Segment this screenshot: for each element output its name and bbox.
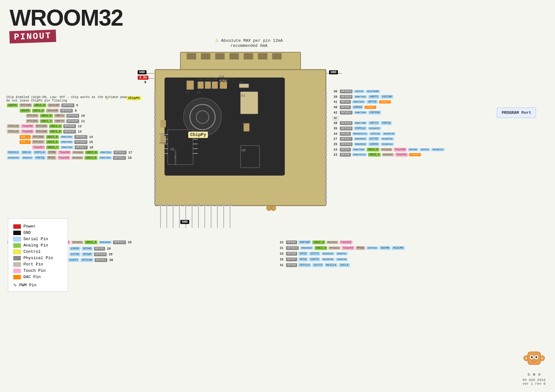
pin-row-14: DAC_1 RTCIO6 ADC2_8 EMACTXD4 GPIO25 14	[19, 135, 94, 139]
svg-text:U2: U2	[170, 147, 174, 151]
legend-color-dac	[13, 275, 21, 279]
legend-label-touch: Touch Pin	[23, 268, 46, 273]
svg-rect-105	[325, 177, 327, 180]
svg-rect-3	[215, 53, 225, 59]
svg-rect-103	[325, 168, 327, 171]
legend-port: Port Pin	[13, 262, 63, 267]
svg-rect-8	[155, 70, 326, 206]
svg-rect-31	[244, 123, 249, 131]
legend-color-power	[13, 224, 21, 229]
legend-touch: Touch Pin	[13, 268, 63, 273]
legend-label-gnd: GND	[23, 230, 31, 235]
date-label: 04 AUG 2016	[522, 378, 546, 382]
pin-row-33-bot: 33 GPIO8 SPID U2CTS HS1DATA3 SDDATA1	[278, 252, 348, 256]
pin-row-11: RTCIO5 ADC1_7 VDET2 GPIO35 11	[25, 119, 86, 123]
pin-row-10: RTCIO4 ADC1_6 VDET1 GPIO34 10	[25, 114, 86, 118]
svg-rect-54	[178, 204, 181, 206]
svg-point-137	[541, 357, 543, 359]
svg-rect-61	[222, 204, 225, 206]
pin-row-39: 39 GPIO22 EMACTXD2 U0RTS VSPIWP	[332, 95, 393, 99]
svg-text:ANT1: ANT1	[220, 77, 235, 84]
svg-rect-89	[325, 101, 327, 104]
svg-rect-7	[272, 53, 282, 59]
pin-row-18: HS2DATA2 SDDATA2 HSPIQ MTDI Touch5 RTCIO…	[6, 156, 133, 160]
legend-color-serial	[13, 237, 21, 241]
chip-diagram: C7 C6 C12 C11 C10 C18 R7 U1 U2 C13 C15 C…	[0, 0, 555, 392]
svg-rect-79	[154, 168, 156, 171]
gnd-top-right: GND	[329, 70, 338, 74]
legend-label-port: Port Pin	[23, 262, 43, 267]
svg-rect-5	[244, 53, 253, 59]
chip-enable-warning-icon: ⚠	[105, 96, 108, 101]
svg-rect-68	[154, 115, 156, 119]
legend-color-analog	[13, 243, 21, 248]
svg-rect-106	[325, 182, 327, 185]
svg-rect-33	[161, 120, 166, 127]
svg-text:1608ALH: 1608ALH	[174, 155, 177, 165]
svg-rect-84	[154, 191, 156, 195]
warning-line2: recommended 6mA	[230, 43, 267, 48]
legend-label-analog: Analog Pin	[23, 243, 48, 248]
pin-row-13: XTAL32 Touch8 RTCIO8 ADC1_5 GPIO33 13	[6, 130, 83, 134]
pin-row-16: Touch7 ADC2_7 EMACTXD2 GPIO27 16	[32, 146, 95, 149]
pin-row-12: XTAL32 Touch9 RTCIO9 ADC1_4 GPIO32 12	[6, 124, 83, 128]
svg-point-10	[184, 98, 221, 136]
svg-rect-97	[325, 139, 327, 142]
chippu-label: ChipPU	[127, 95, 141, 101]
legend-physical: Physical Pin	[13, 256, 63, 260]
legend-control: Control	[13, 249, 63, 254]
svg-rect-92	[325, 115, 327, 119]
legend-color-gnd	[13, 231, 21, 235]
svg-rect-6	[258, 53, 267, 59]
svg-text:C18: C18	[219, 75, 224, 78]
svg-rect-104	[325, 172, 327, 176]
svg-text:C12: C12	[198, 78, 203, 81]
svg-text:C10: C10	[212, 78, 217, 81]
svg-rect-108	[325, 191, 327, 195]
legend-label-serial: Serial Pin	[23, 237, 48, 241]
warning-box: ⚠ Absolute MAX per pin 12mA recommended …	[215, 36, 283, 48]
pin-row-36: 36 GPIO23 VSPIID HS1STROBE	[332, 90, 380, 93]
svg-rect-4	[229, 53, 239, 59]
pin-row-40: 40 GPIO3 U0RXD CLKOUT2	[332, 105, 376, 109]
svg-rect-69	[154, 120, 156, 123]
svg-text:★: ★	[535, 354, 537, 356]
legend-gnd: GND	[13, 230, 63, 235]
pin-row-35: 35 GPIO18 VSPCLK HS1DATA7	[332, 127, 381, 130]
pin-row-22-bot: 22 GPIO2 HSPIWP ADC2_2 RTCIO12 Touch2	[278, 240, 352, 244]
svg-rect-80	[154, 172, 156, 176]
pin-row-15: DAC_2 RTCIO7 ADC2_9 EMACTXD3 GPIO26 15	[19, 140, 94, 144]
pin-row-34: 34 GPIO5 EMACRXICLK VSPICS0 HS1DATA6	[332, 132, 396, 136]
svg-point-11	[190, 104, 215, 130]
svg-rect-1	[187, 53, 196, 59]
svg-text:C11: C11	[205, 78, 210, 81]
svg-rect-0	[180, 52, 301, 73]
svg-text:C6: C6	[197, 91, 201, 94]
robot-icon: ★	[523, 349, 545, 371]
svg-rect-96	[325, 134, 327, 138]
legend-label-control: Control	[23, 249, 41, 254]
gnd-bottom: GND	[180, 220, 189, 224]
svg-point-133	[531, 356, 533, 358]
svg-rect-70	[154, 125, 156, 128]
svg-rect-15	[205, 82, 211, 89]
svg-text:C7: C7	[185, 91, 189, 95]
svg-rect-87	[325, 92, 327, 95]
pin-row-5: ADCPA RTCIO0 ADC1_0 SensVP GPIO36 5	[6, 103, 79, 107]
svg-rect-62	[228, 204, 232, 206]
svg-rect-63	[154, 92, 156, 95]
svg-rect-74	[154, 144, 156, 147]
svg-rect-64	[154, 96, 156, 100]
version-label: ver 1 rev 0	[522, 382, 546, 386]
svg-text:U1: U1	[241, 94, 246, 97]
svg-rect-2	[201, 53, 210, 59]
svg-rect-51	[159, 204, 162, 206]
svg-point-134	[535, 356, 537, 358]
svg-rect-100	[325, 153, 327, 157]
svg-rect-98	[325, 144, 327, 147]
svg-rect-58	[203, 204, 206, 206]
svg-point-126	[266, 206, 271, 211]
chip-enable-text: Chip Enabled (High:ON, Low: OFF – chip w…	[6, 96, 132, 103]
svg-rect-90	[325, 106, 327, 109]
svg-text:C13: C13	[159, 133, 165, 136]
